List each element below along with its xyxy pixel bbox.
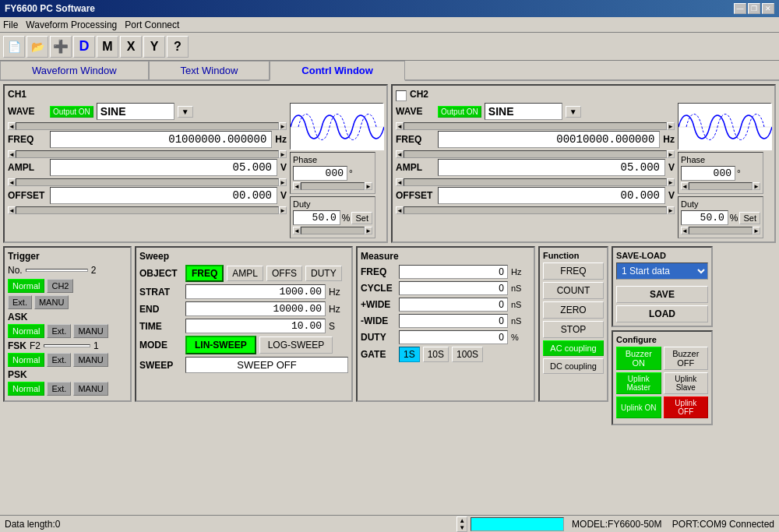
ch1-phase-scroll-left[interactable]: ◄ bbox=[293, 182, 301, 190]
ch2-phase-scroll-track[interactable] bbox=[689, 182, 753, 190]
sweep-sweep-value[interactable]: SWEEP OFF bbox=[185, 357, 348, 373]
ch2-freq-scroll-left[interactable]: ◄ bbox=[396, 150, 404, 158]
sweep-freq-btn[interactable]: FREQ bbox=[185, 265, 224, 282]
trigger-manu-btn[interactable]: MANU bbox=[34, 295, 69, 309]
function-ac-coupling-btn[interactable]: AC coupling bbox=[543, 340, 604, 356]
trigger-ask-normal[interactable]: Normal bbox=[8, 324, 44, 338]
ch1-wave-scroll-track[interactable] bbox=[16, 122, 279, 130]
trigger-fsk-normal[interactable]: Normal bbox=[8, 353, 44, 367]
ch2-freq-value[interactable]: 00010000.000000 bbox=[438, 131, 660, 148]
function-dc-coupling-btn[interactable]: DC coupling bbox=[543, 358, 604, 374]
trigger-ask-manu[interactable]: MANU bbox=[73, 324, 108, 338]
minimize-button[interactable]: — bbox=[734, 3, 746, 14]
ch2-ampl-scroll-left[interactable]: ◄ bbox=[396, 178, 404, 186]
ch1-freq-scroll-left[interactable]: ◄ bbox=[8, 150, 16, 158]
load-btn[interactable]: LOAD bbox=[616, 305, 708, 322]
function-stop-btn[interactable]: STOP bbox=[543, 321, 604, 338]
restore-button[interactable]: ❐ bbox=[748, 3, 760, 14]
trigger-fsk-manu[interactable]: MANU bbox=[73, 353, 108, 367]
ch1-wave-scroll-left[interactable]: ◄ bbox=[8, 122, 16, 130]
sweep-offs-btn[interactable]: OFFS bbox=[266, 266, 302, 281]
ch2-duty-value[interactable]: 50.0 bbox=[681, 210, 728, 225]
ch2-duty-scroll-left[interactable]: ◄ bbox=[681, 227, 689, 234]
ch1-freq-value[interactable]: 01000000.000000 bbox=[50, 131, 272, 148]
ch2-checkbox[interactable] bbox=[396, 90, 407, 101]
trigger-ask-ext[interactable]: Ext. bbox=[47, 324, 71, 338]
toolbar-y[interactable]: Y bbox=[143, 36, 165, 58]
scroll-up-arrow[interactable]: ▲ bbox=[457, 517, 467, 524]
ch2-ampl-value[interactable]: 05.000 bbox=[438, 159, 665, 176]
ch1-duty-scroll-left[interactable]: ◄ bbox=[293, 227, 301, 234]
toolbar-d[interactable]: D bbox=[73, 36, 95, 58]
save-load-select[interactable]: 1 Start data bbox=[616, 262, 708, 280]
ch1-ampl-scroll-left[interactable]: ◄ bbox=[8, 178, 16, 186]
tab-waveform-window[interactable]: Waveform Window bbox=[0, 61, 149, 79]
buzzer-off-btn[interactable]: Buzzer OFF bbox=[664, 347, 709, 370]
trigger-psk-normal[interactable]: Normal bbox=[8, 382, 44, 396]
save-btn[interactable]: SAVE bbox=[616, 286, 708, 303]
function-count-btn[interactable]: COUNT bbox=[543, 282, 604, 299]
trigger-ch2-btn[interactable]: CH2 bbox=[47, 279, 73, 293]
ch1-duty-scroll-right[interactable]: ► bbox=[365, 227, 372, 234]
ch2-wave-scroll-track[interactable] bbox=[404, 122, 667, 130]
measure-gate-1s[interactable]: 1S bbox=[399, 347, 420, 362]
menu-port-connect[interactable]: Port Connect bbox=[125, 19, 179, 30]
ch1-ampl-scroll-track[interactable] bbox=[16, 178, 279, 186]
menu-waveform-processing[interactable]: Waveform Processing bbox=[26, 19, 117, 30]
ch1-offset-scroll-left[interactable]: ◄ bbox=[8, 206, 16, 214]
tab-text-window[interactable]: Text Window bbox=[149, 61, 270, 79]
tab-control-window[interactable]: Contrl Window bbox=[270, 61, 405, 81]
ch2-ampl-scroll-track[interactable] bbox=[404, 178, 667, 186]
ch2-freq-scroll-right[interactable]: ► bbox=[667, 150, 675, 158]
ch1-offset-value[interactable]: 00.000 bbox=[50, 187, 277, 204]
toolbar-help[interactable]: ? bbox=[167, 36, 189, 58]
ch1-phase-scroll-track[interactable] bbox=[301, 182, 365, 190]
ch1-ampl-scroll-right[interactable]: ► bbox=[279, 178, 287, 186]
function-zero-btn[interactable]: ZERO bbox=[543, 301, 604, 319]
trigger-fsk-input[interactable] bbox=[44, 344, 90, 347]
uplink-slave-btn[interactable]: Uplink Slave bbox=[664, 372, 709, 394]
toolbar-add[interactable]: ➕ bbox=[50, 36, 72, 58]
sweep-log-btn[interactable]: LOG-SWEEP bbox=[259, 336, 333, 354]
status-scroll-arrows[interactable]: ▲ ▼ bbox=[456, 516, 467, 532]
ch1-duty-scroll-track[interactable] bbox=[301, 227, 365, 234]
trigger-ext-btn[interactable]: Ext. bbox=[8, 295, 32, 309]
toolbar-x[interactable]: X bbox=[120, 36, 142, 58]
ch2-freq-scroll-track[interactable] bbox=[404, 150, 667, 158]
ch1-offset-scroll-right[interactable]: ► bbox=[279, 206, 287, 214]
ch2-phase-value[interactable]: 000 bbox=[681, 166, 735, 181]
ch2-ampl-scroll-right[interactable]: ► bbox=[667, 178, 675, 186]
ch1-ampl-value[interactable]: 05.000 bbox=[50, 159, 277, 176]
ch1-wave-dropdown[interactable]: ▼ bbox=[178, 106, 193, 118]
ch2-offset-scroll-right[interactable]: ► bbox=[667, 206, 675, 214]
sweep-time-value[interactable]: 10.00 bbox=[185, 319, 326, 333]
function-freq-btn[interactable]: FREQ bbox=[543, 262, 604, 280]
trigger-fsk-ext[interactable]: Ext. bbox=[47, 353, 71, 367]
close-button[interactable]: ✕ bbox=[762, 3, 774, 14]
measure-gate-10s[interactable]: 10S bbox=[423, 347, 449, 362]
ch1-phase-scroll-right[interactable]: ► bbox=[365, 182, 372, 190]
ch2-phase-scroll-right[interactable]: ► bbox=[753, 182, 760, 190]
ch1-phase-value[interactable]: 000 bbox=[293, 166, 347, 181]
uplink-off-btn[interactable]: Uplink OFF bbox=[664, 396, 709, 418]
toolbar-m[interactable]: M bbox=[97, 36, 118, 58]
sweep-duty-btn[interactable]: DUTY bbox=[305, 266, 342, 281]
measure-gate-100s[interactable]: 100S bbox=[452, 347, 483, 362]
ch2-offset-scroll-left[interactable]: ◄ bbox=[396, 206, 404, 214]
trigger-normal-btn[interactable]: Normal bbox=[8, 279, 44, 293]
ch2-wave-scroll-right[interactable]: ► bbox=[667, 122, 675, 130]
menu-file[interactable]: File bbox=[3, 19, 18, 30]
sweep-start-value[interactable]: 1000.00 bbox=[185, 284, 326, 299]
trigger-psk-ext[interactable]: Ext. bbox=[47, 382, 71, 396]
ch2-offset-scroll-track[interactable] bbox=[404, 206, 667, 214]
ch2-phase-scroll-left[interactable]: ◄ bbox=[681, 182, 689, 190]
ch2-wave-scroll-left[interactable]: ◄ bbox=[396, 122, 404, 130]
scroll-down-arrow[interactable]: ▼ bbox=[457, 524, 467, 531]
ch1-duty-set-btn[interactable]: Set bbox=[351, 212, 372, 224]
sweep-ampl-btn[interactable]: AMPL bbox=[227, 266, 263, 281]
ch1-output-btn[interactable]: Output ON bbox=[50, 106, 93, 118]
toolbar-open[interactable]: 📂 bbox=[26, 36, 48, 58]
ch1-wave-scroll-right[interactable]: ► bbox=[279, 122, 287, 130]
toolbar-new[interactable]: 📄 bbox=[3, 36, 25, 58]
ch1-freq-scroll-track[interactable] bbox=[16, 150, 279, 158]
